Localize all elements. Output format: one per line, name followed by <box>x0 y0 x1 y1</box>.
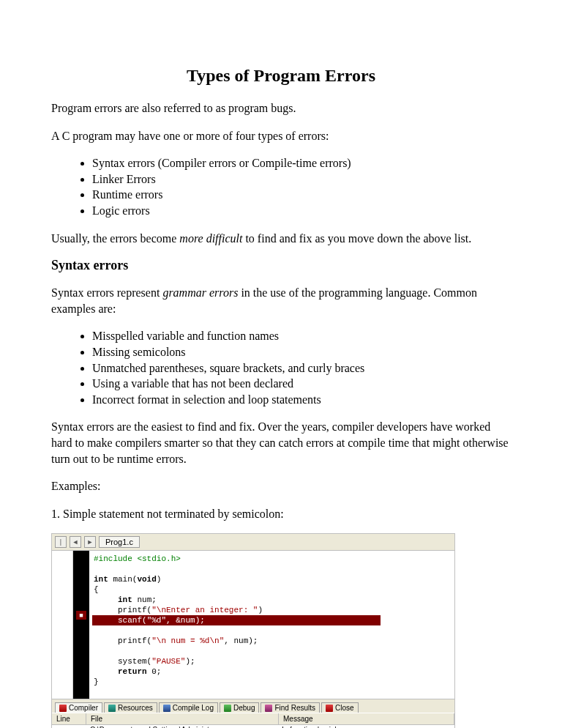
code-keyword: int <box>94 575 108 584</box>
syntax-examples-list: Misspelled variable and function names M… <box>51 328 511 407</box>
document-page: Types of Program Errors Program errors a… <box>0 0 562 728</box>
error-types-list: Syntax errors (Compiler errors or Compil… <box>51 155 511 218</box>
header-line[interactable]: Line <box>52 713 86 724</box>
ide-screenshot: | ◄ ► Prog1.c ■ #include <stdio.h> int m… <box>51 533 455 728</box>
text: Syntax errors represent <box>51 286 162 299</box>
syntax-explain-paragraph: Syntax errors are the easiest to find an… <box>51 419 511 467</box>
code-text: num; <box>132 595 157 604</box>
breakpoint-gutter: ■ <box>73 551 89 699</box>
list-item: Misspelled variable and function names <box>92 328 511 344</box>
cell-message: In function 'main': <box>277 725 454 728</box>
code-keyword: return <box>118 667 147 676</box>
list-item: Syntax errors (Compiler errors or Compil… <box>92 155 511 171</box>
emphasis: grammar errors <box>162 286 238 299</box>
table-row[interactable]: C:\Documents and Settings\Administr... I… <box>52 725 454 728</box>
list-item: Using a variable that has not been decla… <box>92 376 511 392</box>
tab-compiler[interactable]: Compiler <box>55 702 102 713</box>
tab-label: Find Results <box>274 704 315 712</box>
text: to find and fix as you move down the abo… <box>242 232 471 245</box>
tab-label: Compile Log <box>173 704 214 712</box>
intro-paragraph-2: A C program may have one or more of four… <box>51 128 511 144</box>
error-highlight-line: scanf("%d", &num); <box>92 615 381 625</box>
tab-label: Resources <box>118 704 153 712</box>
tab-label: Debug <box>233 704 255 712</box>
example-1-label: 1. Simple statement not terminated by se… <box>51 506 511 522</box>
table-header: Line File Message <box>52 713 454 725</box>
cell-line <box>52 725 86 728</box>
code-text: ); <box>185 657 195 666</box>
code-text: ) <box>157 575 162 584</box>
emphasis: more difficult <box>179 232 242 245</box>
list-item: Missing semicolons <box>92 344 511 360</box>
compiler-icon <box>59 705 67 712</box>
header-message[interactable]: Message <box>279 713 454 724</box>
compiler-messages: Line File Message C:\Documents and Setti… <box>52 713 454 728</box>
code-text: } <box>94 677 99 686</box>
tab-label: Compiler <box>69 704 98 712</box>
file-tab[interactable]: Prog1.c <box>99 536 140 548</box>
close-icon <box>326 705 333 712</box>
debug-icon <box>224 705 231 712</box>
cell-file: C:\Documents and Settings\Administr... <box>86 725 277 728</box>
nav-first-icon[interactable]: | <box>55 536 67 548</box>
code-keyword: int <box>118 595 132 604</box>
tab-debug[interactable]: Debug <box>220 702 259 713</box>
list-item: Incorrect format in selection and loop s… <box>92 392 511 408</box>
tab-find-results[interactable]: Find Results <box>261 702 320 713</box>
page-title: Types of Program Errors <box>51 66 511 86</box>
code-text: printf( <box>94 636 151 645</box>
code-string: "\nEnter an integer: " <box>151 606 258 614</box>
list-item: Linker Errors <box>92 171 511 187</box>
syntax-errors-heading: Syntax errors <box>51 258 511 273</box>
nav-next-icon[interactable]: ► <box>84 536 96 548</box>
examples-label: Examples: <box>51 478 511 494</box>
log-icon <box>163 705 171 712</box>
code-text: ) <box>258 606 263 614</box>
code-text: main( <box>108 575 138 584</box>
tab-label: Close <box>335 704 354 712</box>
code-keyword: void <box>137 575 156 584</box>
syntax-intro-paragraph: Syntax errors represent grammar errors i… <box>51 285 511 316</box>
bottom-tab-bar: Compiler Resources Compile Log Debug Fin… <box>52 699 454 713</box>
text: Usually, the errors become <box>51 232 179 245</box>
find-icon <box>265 705 272 712</box>
code-text: , num); <box>224 636 258 645</box>
list-item: Unmatched parentheses, square brackets, … <box>92 360 511 376</box>
nav-prev-icon[interactable]: ◄ <box>70 536 81 548</box>
usually-paragraph: Usually, the errors become more difficul… <box>51 231 511 247</box>
code-editor: ■ #include <stdio.h> int main(void) { in… <box>52 551 454 699</box>
editor-tab-bar: | ◄ ► Prog1.c <box>52 534 454 551</box>
code-text: system( <box>94 657 151 666</box>
tab-close[interactable]: Close <box>321 702 359 713</box>
resources-icon <box>108 705 116 712</box>
code-include: #include <stdio.h> <box>94 554 181 563</box>
code-string: "\n num = %d\n" <box>151 636 224 645</box>
breakpoint-icon[interactable]: ■ <box>76 611 86 620</box>
code-string: "PAUSE" <box>151 657 185 666</box>
list-item: Runtime errors <box>92 187 511 203</box>
tab-compile-log[interactable]: Compile Log <box>159 702 218 713</box>
code-text: printf( <box>94 606 151 614</box>
intro-paragraph-1: Program errors are also referred to as p… <box>51 100 511 116</box>
list-item: Logic errors <box>92 203 511 219</box>
editor-margin <box>52 551 73 699</box>
code-text: { <box>94 585 99 594</box>
tab-resources[interactable]: Resources <box>104 702 157 713</box>
code-area[interactable]: #include <stdio.h> int main(void) { int … <box>89 551 454 699</box>
code-text: 0; <box>147 667 162 676</box>
header-file[interactable]: File <box>86 713 279 724</box>
